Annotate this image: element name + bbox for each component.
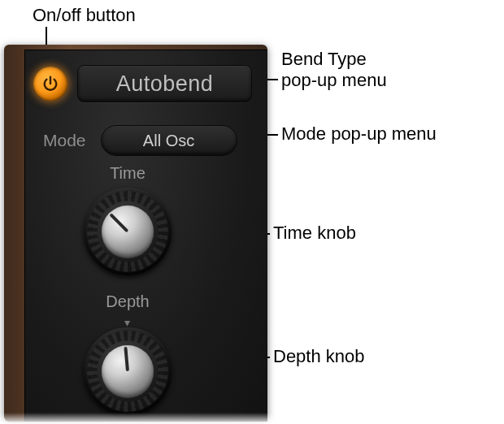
mode-label: Mode (43, 131, 86, 150)
depth-knob-label: Depth (84, 292, 172, 311)
plugin-panel: Autobend Mode All Osc Time Depth ▾ (24, 50, 267, 422)
bottom-fade (0, 413, 504, 424)
callout-depth: Depth knob (273, 346, 365, 367)
power-icon (41, 75, 59, 93)
mode-menu[interactable]: All Osc (101, 125, 237, 156)
time-knob[interactable] (84, 188, 172, 275)
bend-type-menu[interactable]: Autobend (77, 65, 252, 102)
callout-onoff: On/off button (33, 5, 136, 26)
plugin-frame: Autobend Mode All Osc Time Depth ▾ (4, 45, 267, 422)
callout-time: Time knob (273, 223, 356, 244)
callout-bend: Bend Type pop-up menu (281, 49, 387, 92)
depth-center-tick: ▾ (84, 316, 172, 326)
depth-knob[interactable] (84, 327, 172, 415)
callout-mode: Mode pop-up menu (281, 123, 437, 145)
power-button[interactable] (33, 67, 67, 101)
time-knob-label: Time (84, 164, 172, 183)
